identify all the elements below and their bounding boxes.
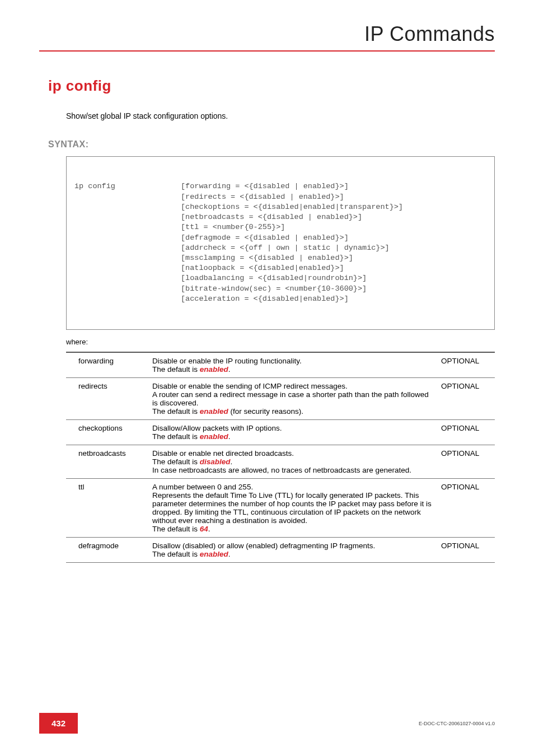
- table-row: forwardingDisable or enable the IP routi…: [66, 352, 495, 378]
- param-required: OPTIONAL: [439, 445, 495, 478]
- page-header-title: IP Commands: [39, 22, 495, 46]
- syntax-command: ip config: [74, 181, 181, 304]
- intro-text: Show/set global IP stack configuration o…: [66, 111, 495, 120]
- table-row: ttlA number between 0 and 255.Represents…: [66, 478, 495, 537]
- syntax-label: SYNTAX:: [48, 139, 495, 150]
- param-name: netbroadcasts: [66, 445, 150, 478]
- param-name: checkoptions: [66, 419, 150, 445]
- table-row: defragmodeDisallow (disabled) or allow (…: [66, 537, 495, 562]
- page-footer: 432 E-DOC-CTC-20061027-0004 v1.0: [39, 713, 495, 734]
- param-required: OPTIONAL: [439, 478, 495, 537]
- param-desc: Disable or enable the sending of ICMP re…: [150, 377, 439, 419]
- param-desc: Disable or enable the IP routing functio…: [150, 352, 439, 378]
- syntax-box: ip config [forwarding = <{disabled | ena…: [66, 156, 495, 330]
- table-row: checkoptionsDisallow/Allow packets with …: [66, 419, 495, 445]
- where-label: where:: [66, 338, 495, 346]
- param-desc: A number between 0 and 255.Represents th…: [150, 478, 439, 537]
- table-row: netbroadcastsDisable or enable net direc…: [66, 445, 495, 478]
- param-required: OPTIONAL: [439, 419, 495, 445]
- param-desc: Disable or enable net directed broadcast…: [150, 445, 439, 478]
- table-row: redirectsDisable or enable the sending o…: [66, 377, 495, 419]
- param-name: redirects: [66, 377, 150, 419]
- doc-id: E-DOC-CTC-20061027-0004 v1.0: [419, 721, 495, 726]
- param-name: defragmode: [66, 537, 150, 562]
- param-desc: Disallow/Allow packets with IP options.T…: [150, 419, 439, 445]
- param-name: ttl: [66, 478, 150, 537]
- params-table: forwardingDisable or enable the IP routi…: [66, 352, 495, 563]
- page-number: 432: [39, 713, 78, 734]
- header-rule: [39, 50, 495, 52]
- param-required: OPTIONAL: [439, 352, 495, 378]
- syntax-lines: [forwarding = <{disabled | enabled}>] [r…: [181, 181, 403, 304]
- param-required: OPTIONAL: [439, 537, 495, 562]
- param-desc: Disallow (disabled) or allow (enabled) d…: [150, 537, 439, 562]
- page-container: IP Commands ip config Show/set global IP…: [0, 0, 534, 756]
- command-title: ip config: [48, 77, 495, 95]
- param-required: OPTIONAL: [439, 377, 495, 419]
- param-name: forwarding: [66, 352, 150, 378]
